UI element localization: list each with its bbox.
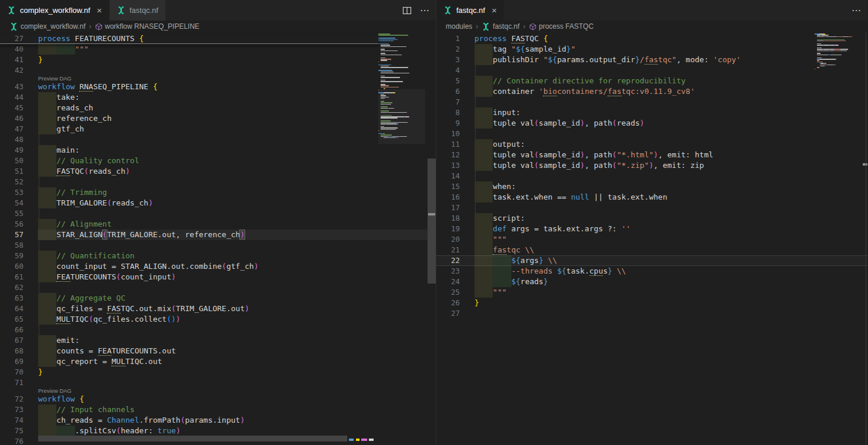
- code-line-56[interactable]: 56// Alignment: [0, 219, 436, 230]
- vertical-scrollbar-thumb[interactable]: [428, 159, 436, 284]
- code-line-58[interactable]: 58: [0, 240, 436, 251]
- code-line-46[interactable]: 46reference_ch: [0, 113, 436, 124]
- code-line-55[interactable]: 55: [0, 208, 436, 219]
- indent-highlight: [38, 166, 56, 177]
- code-line-72[interactable]: 72workflow {: [0, 394, 436, 404]
- minimap-slider[interactable]: [378, 89, 425, 144]
- line-number: 13: [436, 160, 460, 171]
- code-line-60[interactable]: 60count_input = STAR_ALIGN.out.combine(g…: [0, 261, 436, 272]
- code-line-10[interactable]: 10: [436, 129, 867, 139]
- code-line-7[interactable]: 7: [436, 97, 867, 107]
- code-line-26[interactable]: 26}: [436, 298, 867, 308]
- tab-fastqc-nf[interactable]: fastqc.nf×: [436, 0, 504, 21]
- code-line-71[interactable]: 71: [0, 377, 436, 388]
- tab-close-icon[interactable]: ×: [491, 6, 497, 15]
- code-line-1[interactable]: 1process FASTQC {: [436, 33, 867, 44]
- code-line-4[interactable]: 4: [436, 65, 867, 76]
- code-line-42[interactable]: 42: [0, 65, 436, 76]
- code-line-64[interactable]: 64qc_files = FASTQC.out.mix(TRIM_GALORE.…: [0, 304, 436, 314]
- code-line-12[interactable]: 12tuple val(sample_id), path("*.html"), …: [436, 150, 867, 160]
- more-actions-icon[interactable]: ⋯: [852, 5, 862, 16]
- breadcrumb-item[interactable]: complex_workflow.nf: [9, 22, 86, 31]
- code-line-15[interactable]: 15when:: [436, 181, 867, 192]
- sticky-scroll-line[interactable]: 27process FEATURECOUNTS {: [0, 33, 378, 44]
- code-line-3[interactable]: 3publishDir "${params.output_dir}/fastqc…: [436, 55, 867, 65]
- tab-complex-workflow-nf[interactable]: complex_workflow.nf×: [0, 0, 110, 21]
- code-line-73[interactable]: 73// Input channels: [0, 404, 436, 415]
- code-line-66[interactable]: 66: [0, 325, 436, 335]
- code-line-17[interactable]: 17: [436, 203, 867, 213]
- code-line-74[interactable]: 74ch_reads = Channel.fromPath(params.inp…: [0, 415, 436, 426]
- line-number: 47: [0, 124, 23, 134]
- code-line-24[interactable]: 24${reads}: [436, 277, 867, 287]
- code-line-5[interactable]: 5// Container directive for reproducibil…: [436, 76, 867, 86]
- editor-left[interactable]: 40"""41}42Preview DAG43workflow RNASEQ_P…: [0, 32, 436, 445]
- indent-highlight: [38, 304, 56, 314]
- code-line-18[interactable]: 18script:: [436, 213, 867, 224]
- code-line-61[interactable]: 61FEATURECOUNTS(count_input): [0, 272, 436, 282]
- code-line-21[interactable]: 21fastqc \\: [436, 245, 867, 255]
- breadcrumb-item[interactable]: process FASTQC: [529, 22, 594, 31]
- horizontal-scrollbar[interactable]: [0, 435, 378, 442]
- code-text: input:: [493, 107, 520, 118]
- code-line-54[interactable]: 54TRIM_GALORE(reads_ch): [0, 198, 436, 208]
- code-line-51[interactable]: 51FASTQC(reads_ch): [0, 166, 436, 177]
- code-line-67[interactable]: 67emit:: [0, 335, 436, 346]
- code-line-47[interactable]: 47gtf_ch: [0, 124, 436, 134]
- code-text: }: [474, 298, 479, 308]
- code-line-8[interactable]: 8input:: [436, 107, 867, 118]
- breadcrumb-label: modules: [446, 22, 472, 31]
- code-line-27[interactable]: 27: [436, 308, 867, 319]
- code-line-2[interactable]: 2tag "${sample_id}": [436, 44, 867, 55]
- code-line-20[interactable]: 20""": [436, 234, 867, 245]
- code-line-40[interactable]: 40""": [0, 44, 436, 55]
- split-editor-icon[interactable]: [402, 6, 412, 15]
- code-line-14[interactable]: 14: [436, 171, 867, 181]
- vertical-scrollbar[interactable]: [428, 32, 436, 445]
- code-line-49[interactable]: 49main:: [0, 145, 436, 156]
- line-number: 23: [436, 266, 460, 277]
- code-line-23[interactable]: 23--threads ${task.cpus} \\: [436, 266, 867, 277]
- code-line-11[interactable]: 11output:: [436, 139, 867, 150]
- code-line-6[interactable]: 6container 'biocontainers/fastqc:v0.11.9…: [436, 86, 867, 97]
- code-line-68[interactable]: 68counts = FEATURECOUNTS.out: [0, 346, 436, 356]
- code-line-70[interactable]: 70}: [0, 367, 436, 377]
- code-line-25[interactable]: 25""": [436, 287, 867, 298]
- code-line-57[interactable]: 57STAR_ALIGN(TRIM_GALORE.out, reference_…: [0, 230, 436, 240]
- more-actions-icon[interactable]: ⋯: [420, 5, 430, 16]
- breadcrumb-item[interactable]: workflow RNASEQ_PIPELINE: [95, 22, 199, 31]
- line-number: 72: [0, 394, 23, 404]
- code-line-22[interactable]: 22${args} \\: [436, 255, 867, 266]
- code-line-53[interactable]: 53// Trimming: [0, 187, 436, 198]
- code-line-16[interactable]: 16task.ext.when == null || task.ext.when: [436, 192, 867, 203]
- codelens-preview-dag[interactable]: Preview DAG: [38, 75, 72, 82]
- code-line-50[interactable]: 50// Quality control: [0, 156, 436, 166]
- code-line-52[interactable]: 52: [0, 177, 436, 187]
- code-line-59[interactable]: 59// Quantification: [0, 251, 436, 261]
- code-line-43[interactable]: 43workflow RNASEQ_PIPELINE {: [0, 82, 436, 92]
- code-line-63[interactable]: 63// Aggregate QC: [0, 293, 436, 304]
- breadcrumb-item[interactable]: modules: [446, 22, 472, 31]
- code-text: TRIM_GALORE(reads_ch): [56, 198, 152, 208]
- code-line-41[interactable]: 41}: [0, 55, 436, 65]
- tabs-container-left: complex_workflow.nf×fastqc.nf: [0, 0, 166, 21]
- editor-right[interactable]: 1process FASTQC {2tag "${sample_id}"3pub…: [436, 32, 867, 445]
- horizontal-scrollbar-thumb[interactable]: [38, 436, 347, 441]
- code-line-19[interactable]: 19def args = task.ext.args ?: '': [436, 224, 867, 234]
- breadcrumb-item[interactable]: fastqc.nf: [482, 22, 519, 31]
- minimap[interactable]: [815, 33, 862, 72]
- codelens-preview-dag[interactable]: Preview DAG: [38, 387, 72, 394]
- code-line-65[interactable]: 65MULTIQC(qc_files.collect()): [0, 314, 436, 325]
- line-number: 57: [0, 230, 23, 240]
- code-line-44[interactable]: 44take:: [0, 92, 436, 103]
- tab-fastqc-nf[interactable]: fastqc.nf: [110, 0, 166, 21]
- code-line-9[interactable]: 9tuple val(sample_id), path(reads): [436, 118, 867, 129]
- code-line-69[interactable]: 69qc_report = MULTIQC.out: [0, 356, 436, 367]
- tab-close-icon[interactable]: ×: [97, 6, 102, 15]
- code-line-45[interactable]: 45reads_ch: [0, 103, 436, 113]
- code-line-13[interactable]: 13tuple val(sample_id), path("*.zip"), e…: [436, 160, 867, 171]
- code-line-62[interactable]: 62: [0, 282, 436, 293]
- indent-highlight: [474, 245, 493, 255]
- code-line-48[interactable]: 48: [0, 134, 436, 145]
- minimap[interactable]: [378, 33, 425, 140]
